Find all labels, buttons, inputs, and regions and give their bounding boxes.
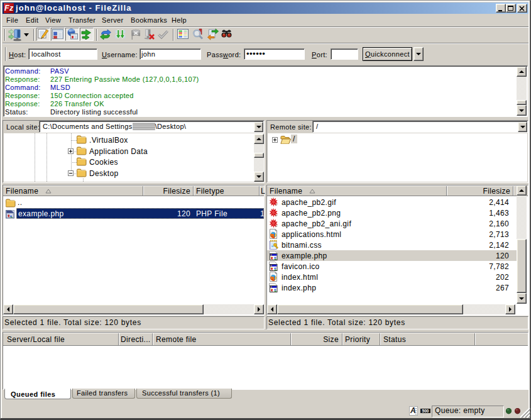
svg-text:Fz: Fz [4, 4, 14, 13]
